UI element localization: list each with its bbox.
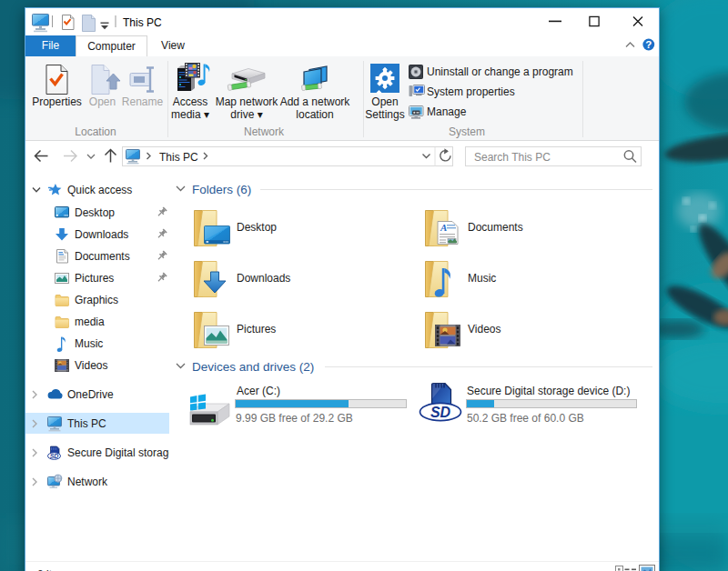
svg-text:?: ? [645, 39, 652, 50]
svg-text:SD: SD [50, 453, 59, 459]
svg-text:SD: SD [430, 405, 451, 420]
svg-text:A: A [440, 222, 447, 233]
